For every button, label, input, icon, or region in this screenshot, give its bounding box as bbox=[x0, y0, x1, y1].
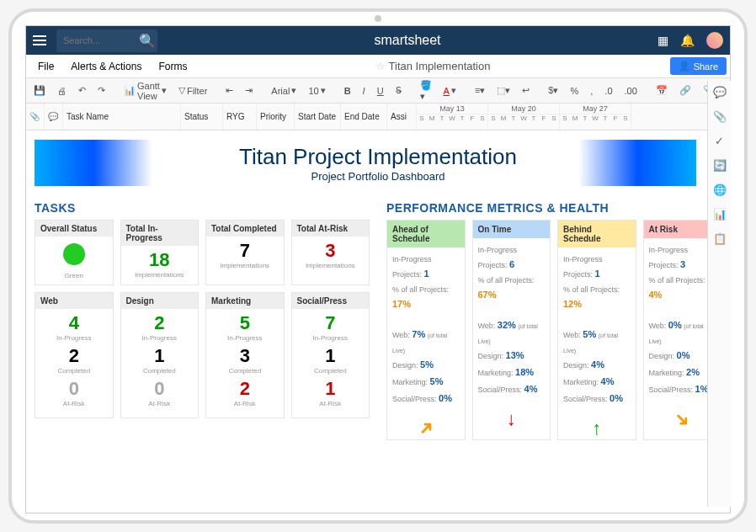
perf-card: Ahead of ScheduleIn-Progress Projects: 1… bbox=[386, 220, 466, 440]
status-card: Total In-Progress18Implementations bbox=[120, 220, 200, 285]
filter-button[interactable]: ▽ Filter bbox=[174, 82, 211, 98]
card-header: Total In-Progress bbox=[121, 221, 199, 246]
week-label: May 27 bbox=[560, 104, 631, 114]
proof-panel-icon[interactable]: ✓ bbox=[715, 135, 724, 147]
strike-icon[interactable]: S̶ bbox=[391, 82, 406, 98]
fill-icon[interactable]: 🪣▾ bbox=[416, 77, 436, 104]
card-header: Web bbox=[35, 293, 113, 309]
link-icon[interactable]: 🔗 bbox=[675, 82, 695, 98]
banner-graphic-right bbox=[578, 140, 696, 186]
publish-panel-icon[interactable]: 🌐 bbox=[713, 184, 727, 196]
indent-icon[interactable]: ⇥ bbox=[241, 82, 257, 98]
col-comment[interactable]: 💬 bbox=[45, 104, 63, 130]
day-label: F bbox=[467, 114, 477, 122]
align-left-icon[interactable]: ≡▾ bbox=[471, 82, 489, 98]
day-label: M bbox=[427, 114, 437, 122]
print-icon[interactable]: 🖨 bbox=[53, 83, 71, 98]
perf-header: Ahead of Schedule bbox=[387, 221, 465, 247]
dept-card: Marketing5In-Progress3Completed2At-Risk bbox=[205, 292, 285, 418]
perf-header: On Time bbox=[473, 221, 551, 238]
comma-icon[interactable]: , bbox=[586, 83, 597, 98]
col-status[interactable]: Status bbox=[181, 104, 223, 130]
card-header: Total Completed bbox=[206, 221, 284, 237]
card-header: Overall Status bbox=[35, 221, 113, 237]
banner-title: Titan Project Implementation bbox=[239, 144, 517, 170]
day-label: W bbox=[519, 114, 529, 122]
decimal-dec-icon[interactable]: .0 bbox=[600, 83, 616, 98]
menu-icon[interactable] bbox=[33, 35, 46, 45]
update-panel-icon[interactable]: 🔄 bbox=[713, 159, 727, 172]
week-label: May 20 bbox=[488, 104, 559, 114]
menu-file[interactable]: File bbox=[29, 57, 62, 76]
banner-graphic-left bbox=[35, 140, 152, 186]
side-toolbar: 💬 📎 ✓ 🔄 🌐 📊 📋 bbox=[707, 81, 731, 507]
col-taskname[interactable]: Task Name bbox=[63, 104, 181, 130]
banner-subtitle: Project Portfolio Dashboard bbox=[239, 170, 517, 183]
day-label: T bbox=[457, 114, 467, 122]
redo-icon[interactable]: ↷ bbox=[93, 82, 109, 98]
avatar[interactable] bbox=[706, 32, 723, 49]
gantt-view[interactable]: 📊 Gantt View ▾ bbox=[120, 78, 171, 104]
share-button[interactable]: 👤 Share bbox=[670, 57, 727, 75]
activity-panel-icon[interactable]: 📊 bbox=[713, 208, 727, 221]
day-label: S bbox=[560, 114, 570, 122]
bell-icon[interactable]: 🔔 bbox=[680, 34, 695, 47]
col-attach[interactable]: 📎 bbox=[26, 104, 45, 130]
size-select[interactable]: 10 ▾ bbox=[304, 82, 329, 98]
trend-arrow: ↑ bbox=[558, 418, 636, 439]
dept-card: Social/Press7In-Progress1Completed1At-Ri… bbox=[291, 292, 370, 418]
attach-panel-icon[interactable]: 📎 bbox=[713, 110, 727, 123]
save-icon[interactable]: 💾 bbox=[29, 82, 50, 98]
decimal-inc-icon[interactable]: .00 bbox=[620, 83, 642, 98]
underline-icon[interactable]: U bbox=[373, 83, 388, 98]
search-box[interactable]: 🔍 bbox=[56, 29, 157, 52]
day-label: M bbox=[570, 114, 580, 122]
day-label: T bbox=[437, 114, 447, 122]
col-start[interactable]: Start Date bbox=[295, 104, 341, 130]
banner: Titan Project Implementation Project Por… bbox=[26, 134, 730, 193]
trend-arrow: ↓ bbox=[473, 408, 551, 430]
status-card: Total Completed7Implementations bbox=[205, 220, 285, 285]
font-select[interactable]: Arial ▾ bbox=[267, 82, 301, 98]
bold-icon[interactable]: B bbox=[340, 83, 355, 98]
status-card: Total At-Risk3Implementations bbox=[291, 220, 370, 285]
day-label: S bbox=[620, 114, 631, 122]
search-icon: 🔍 bbox=[139, 33, 156, 49]
day-label: W bbox=[447, 114, 457, 122]
comment-panel-icon[interactable]: 💬 bbox=[713, 86, 727, 98]
day-label: F bbox=[610, 114, 620, 122]
day-label: T bbox=[580, 114, 590, 122]
menu-forms[interactable]: Forms bbox=[150, 57, 195, 76]
percent-icon[interactable]: % bbox=[566, 83, 583, 98]
col-ryg[interactable]: RYG bbox=[223, 104, 257, 130]
col-end[interactable]: End Date bbox=[341, 104, 387, 130]
col-priority[interactable]: Priority bbox=[257, 104, 295, 130]
status-card: Overall StatusGreen bbox=[35, 220, 114, 285]
text-color-icon[interactable]: A▾ bbox=[439, 82, 461, 98]
outdent-icon[interactable]: ⇤ bbox=[221, 82, 237, 98]
card-header: Design bbox=[121, 293, 199, 309]
day-label: S bbox=[477, 114, 487, 122]
week-label: May 13 bbox=[417, 104, 487, 114]
brand-logo: smartsheet bbox=[157, 33, 658, 48]
column-headers: 📎 💬 Task Name Status RYG Priority Start … bbox=[26, 104, 730, 130]
italic-icon[interactable]: I bbox=[359, 83, 370, 98]
align-top-icon[interactable]: ⬚▾ bbox=[492, 82, 514, 98]
trend-arrow: ➜ bbox=[387, 418, 465, 439]
perf-card: On TimeIn-Progress Projects: 6% of all P… bbox=[472, 220, 551, 440]
date-icon[interactable]: 📅 bbox=[652, 82, 672, 98]
currency-icon[interactable]: $▾ bbox=[544, 82, 562, 98]
col-assi[interactable]: Assi bbox=[387, 104, 417, 130]
grid-icon[interactable]: ▦ bbox=[658, 34, 668, 47]
day-label: T bbox=[600, 114, 610, 122]
tasks-title: TASKS bbox=[35, 196, 370, 220]
day-label: F bbox=[539, 114, 549, 122]
wrap-icon[interactable]: ↩ bbox=[518, 82, 534, 98]
star-icon[interactable]: ☆ bbox=[375, 60, 386, 72]
day-label: M bbox=[498, 114, 508, 122]
menu-alerts[interactable]: Alerts & Actions bbox=[62, 57, 150, 76]
day-label: S bbox=[549, 114, 559, 122]
undo-icon[interactable]: ↶ bbox=[74, 82, 90, 98]
format-panel-icon[interactable]: 📋 bbox=[713, 232, 727, 245]
search-input[interactable] bbox=[63, 35, 139, 45]
